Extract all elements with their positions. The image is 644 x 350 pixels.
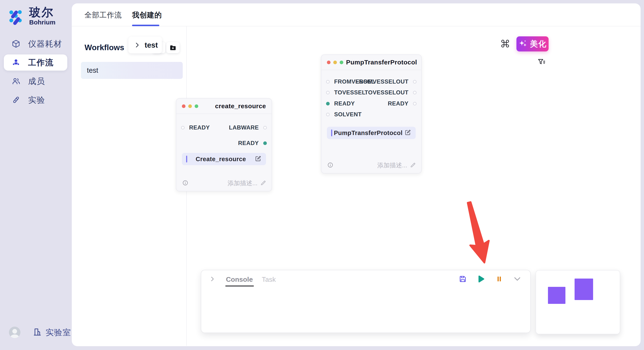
lab-label: 实验室 [46, 327, 71, 338]
workflows-panel-title: Workflows [84, 43, 124, 52]
console-actions [458, 275, 522, 284]
save-icon[interactable] [458, 275, 467, 284]
building-icon [33, 327, 42, 338]
node-footer: 添加描述... [182, 179, 266, 187]
port-label: TOVESSEL [334, 89, 366, 96]
sidebar-item-workflows[interactable]: 工作流 [4, 54, 67, 71]
edit-icon[interactable] [404, 129, 412, 137]
chip-label: PumpTransferProtocol [332, 130, 404, 137]
traffic-light-green-icon [340, 61, 343, 64]
workflows-panel: Workflows test [72, 26, 186, 346]
node-function-chip[interactable]: PumpTransferProtocol [327, 127, 416, 139]
output-port-ready[interactable] [263, 141, 267, 145]
experiment-icon [12, 95, 20, 104]
workflow-list-item-test[interactable]: test [81, 62, 183, 79]
node-title: create_resource [215, 103, 266, 110]
bohrium-logo-icon [6, 6, 25, 26]
port-row: TOVESSELOUT [364, 89, 416, 96]
chevron-right-icon [134, 41, 141, 49]
members-icon [12, 77, 20, 86]
lab-switcher[interactable]: 实验室 [33, 327, 71, 338]
filter-icon[interactable] [537, 58, 546, 67]
page-root: 玻尔 Bohrium 仪器耗材 [0, 0, 644, 350]
edit-icon[interactable] [254, 155, 262, 163]
description-placeholder: 添加描述... [377, 161, 407, 170]
node-header[interactable]: create_resource [176, 99, 272, 114]
breadcrumb-label: test [144, 41, 158, 49]
traffic-light-yellow-icon [188, 104, 192, 108]
input-port-ready[interactable] [326, 102, 330, 105]
beautify-label: 美化 [530, 39, 547, 49]
node-footer: 添加描述... [327, 162, 416, 169]
minimap-node [574, 279, 593, 300]
sidebar-item-experiments[interactable]: 实验 [4, 92, 67, 108]
input-port-fromvessel[interactable] [326, 80, 330, 84]
command-palette-button[interactable] [500, 39, 510, 48]
node-title: PumpTransferProtocol [346, 59, 417, 66]
port-label: READY [238, 140, 259, 147]
console-tab[interactable]: Console [226, 276, 253, 283]
box-icon [12, 39, 20, 48]
output-port-ready[interactable] [413, 102, 416, 105]
add-description-field[interactable]: 添加描述... [228, 179, 266, 187]
node-header[interactable]: PumpTransferProtocol [321, 55, 421, 70]
node-create-resource[interactable]: create_resource READY LABWARE READY Crea… [176, 98, 272, 191]
port-label: READY [388, 100, 408, 107]
input-port-tovessel[interactable] [326, 91, 330, 94]
beautify-button[interactable]: 美化 [516, 36, 548, 51]
description-placeholder: 添加描述... [228, 179, 258, 187]
brand-logo[interactable]: 玻尔 Bohrium [6, 6, 55, 26]
expand-chevron-icon[interactable] [209, 276, 216, 283]
traffic-light-red-icon [182, 104, 186, 108]
sparkles-icon [518, 39, 528, 49]
traffic-light-yellow-icon [333, 61, 337, 64]
port-row: SOLVENT [326, 111, 362, 118]
user-avatar[interactable] [9, 327, 20, 338]
port-row: READY [181, 124, 210, 131]
port-label: TOVESSELOUT [364, 89, 408, 96]
port-label: SOLVENT [334, 111, 362, 118]
workflow-tabbar: 全部工作流 我创建的 [72, 3, 640, 26]
output-port-fromvesselout[interactable] [413, 80, 416, 84]
port-row: FROMVESSELOUT [355, 78, 416, 85]
minimap-node [548, 287, 566, 304]
brand-name-en: Bohrium [29, 19, 55, 26]
task-tab-label: Task [262, 276, 276, 283]
canvas-breadcrumb[interactable]: test [128, 37, 162, 53]
input-port-ready[interactable] [181, 126, 185, 130]
run-icon[interactable] [476, 275, 486, 284]
port-row: READY [238, 140, 267, 147]
tab-my-created[interactable]: 我创建的 [132, 10, 162, 20]
port-label: READY [334, 100, 355, 107]
port-label: LABWARE [229, 124, 259, 131]
info-icon[interactable] [327, 162, 334, 169]
node-pump-transfer-protocol[interactable]: PumpTransferProtocol FROMVESSEL TOVESSEL… [321, 54, 422, 174]
output-port-tovesselout[interactable] [413, 91, 416, 94]
port-row: READY [326, 100, 355, 107]
pause-icon[interactable] [495, 275, 503, 284]
chip-label: Create_resource [187, 156, 254, 163]
input-port-solvent[interactable] [326, 113, 330, 116]
traffic-light-red-icon [327, 61, 330, 64]
output-port-labware[interactable] [263, 126, 267, 130]
import-folder-button[interactable] [166, 42, 180, 53]
sidebar-item-label: 成员 [28, 76, 45, 87]
node-function-chip[interactable]: Create_resource [182, 153, 266, 165]
traffic-light-green-icon [195, 104, 198, 108]
sidebar-item-label: 仪器耗材 [28, 38, 62, 49]
workflow-icon [12, 58, 20, 67]
add-description-field[interactable]: 添加描述... [377, 161, 416, 170]
info-icon[interactable] [182, 179, 189, 187]
minimap[interactable] [536, 270, 620, 334]
sidebar-item-instruments[interactable]: 仪器耗材 [4, 36, 67, 52]
tab-all-workflows[interactable]: 全部工作流 [84, 10, 122, 20]
console-header: Console Task [209, 275, 522, 284]
console-panel: Console Task [201, 270, 531, 333]
sidebar-footer: 实验室 [9, 327, 71, 338]
console-tab-underline [225, 286, 254, 286]
port-label: FROMVESSELOUT [355, 78, 408, 85]
task-tab[interactable]: Task [262, 276, 276, 283]
workflow-item-label: test [87, 66, 98, 74]
collapse-chevron-down-icon[interactable] [513, 275, 522, 284]
sidebar-item-members[interactable]: 成员 [4, 73, 67, 89]
